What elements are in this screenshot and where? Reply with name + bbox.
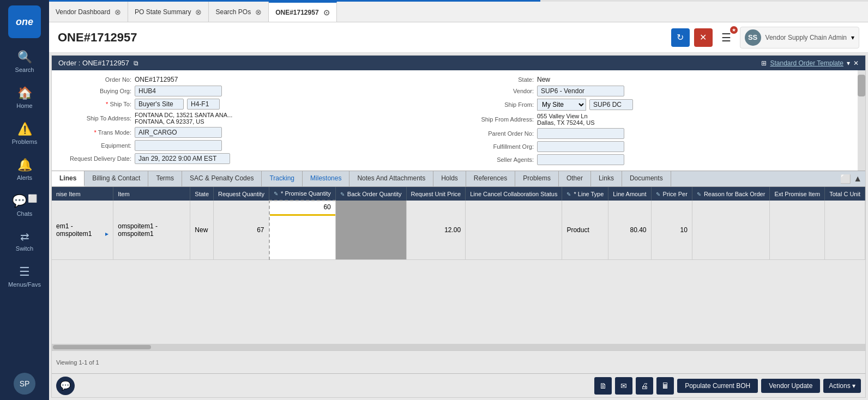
user-section[interactable]: SS Vendor Supply Chain Admin ▾ xyxy=(740,27,859,49)
tab-other[interactable]: Other xyxy=(559,171,591,186)
edit-backorder-icon: ✎ xyxy=(340,191,345,197)
edit-price-per-icon: ✎ xyxy=(656,191,660,197)
input-trans-mode[interactable] xyxy=(135,127,222,138)
sidebar-item-switch[interactable]: ⇄ Switch xyxy=(0,223,49,258)
app-logo[interactable]: one xyxy=(8,5,41,38)
label-parent-order: Parent Order No: xyxy=(463,130,534,137)
print-icon-btn[interactable]: 🖨 xyxy=(636,377,653,395)
label-state: State: xyxy=(463,76,534,83)
tab-tracking[interactable]: Tracking xyxy=(262,171,303,186)
form-row-buying-org: Buying Org: xyxy=(61,84,452,98)
template-dropdown-icon[interactable]: ▾ xyxy=(847,59,850,67)
sidebar-item-search[interactable]: 🔍 Search xyxy=(0,44,49,80)
expand-btn[interactable]: ⬜ xyxy=(840,174,851,184)
cell-state: New xyxy=(190,201,214,260)
sidebar-item-home[interactable]: 🏠 Home xyxy=(0,80,49,116)
tab-holds[interactable]: Holds xyxy=(433,171,466,186)
cell-line-type: Product xyxy=(562,201,608,260)
calc-icon-btn[interactable]: 🖩 xyxy=(656,377,674,395)
input-delivery-date[interactable] xyxy=(135,153,230,164)
collapse-btn[interactable]: ▲ xyxy=(853,174,862,184)
input-ship-from-dc[interactable] xyxy=(589,99,633,110)
form-row-vendor: Vendor: xyxy=(463,84,854,98)
cell-reason-backorder xyxy=(692,201,770,260)
label-equipment: Equipment: xyxy=(61,142,131,149)
tab-sac-penalty[interactable]: SAC & Penalty Codes xyxy=(182,171,262,186)
sidebar-item-alerts[interactable]: 🔔 Alerts xyxy=(0,151,49,187)
template-link[interactable]: Standard Order Template xyxy=(770,59,843,67)
tab-links[interactable]: Links xyxy=(591,171,622,186)
star-badge: ★ xyxy=(730,26,738,34)
data-table: nise Item Item State Request Quantity ✎ xyxy=(52,187,865,260)
tab-order[interactable]: ONE#1712957 ⊙ xyxy=(269,2,336,22)
tab-references[interactable]: References xyxy=(466,171,515,186)
tab-notes-attachments[interactable]: Notes And Attachments xyxy=(349,171,433,186)
flag-icon: ▸ xyxy=(105,230,108,238)
tab-documents[interactable]: Documents xyxy=(622,171,671,186)
form-row-order-no: Order No: ONE#1712957 xyxy=(61,75,452,84)
form-row-trans-mode: Trans Mode: xyxy=(61,126,452,139)
value-order-no: ONE#1712957 xyxy=(135,76,178,83)
col-request-unit-price: Request Unit Price xyxy=(406,187,466,201)
input-seller-agents[interactable] xyxy=(537,154,624,165)
edit-reason-icon: ✎ xyxy=(697,191,701,197)
data-table-wrapper[interactable]: nise Item Item State Request Quantity ✎ xyxy=(52,187,865,344)
sidebar-avatar[interactable]: SP xyxy=(14,373,35,395)
tab-close-search-pos[interactable]: ⊗ xyxy=(255,8,262,16)
tab-search-pos[interactable]: Search POs ⊗ xyxy=(209,2,269,22)
col-price-per: ✎ Price Per xyxy=(651,187,692,201)
order-panel-header-right: ⊞ Standard Order Template ▾ ✕ xyxy=(761,59,859,67)
input-parent-order[interactable] xyxy=(537,128,624,139)
cell-item: omspoitem1 - omspoitem1 xyxy=(113,201,190,260)
label-buying-org: Buying Org: xyxy=(61,88,131,94)
main-content: Vendor Dashboard ⊗ PO State Summary ⊗ Se… xyxy=(49,0,868,400)
close-button[interactable]: ✕ xyxy=(694,28,713,47)
tab-problems-inner[interactable]: Problems xyxy=(515,171,559,186)
tab-close-order[interactable]: ⊙ xyxy=(323,8,330,17)
actions-button[interactable]: Actions ▾ xyxy=(823,379,861,393)
input-vendor[interactable] xyxy=(537,86,624,96)
page-header: ONE#1712957 ↻ ✕ ☰ ★ SS Vendor Supply Cha… xyxy=(49,22,868,53)
tab-close-vendor-dashboard[interactable]: ⊗ xyxy=(114,8,121,16)
horizontal-scrollbar[interactable] xyxy=(52,344,865,350)
cell-promise-qty[interactable]: 60 xyxy=(269,201,336,260)
email-icon-btn[interactable]: ✉ xyxy=(615,377,632,395)
sidebar-item-problems[interactable]: ⚠️ Problems xyxy=(0,116,49,151)
populate-boh-button[interactable]: Populate Current BOH xyxy=(677,379,758,393)
input-fulfillment-org[interactable] xyxy=(537,141,624,152)
col-backorder-qty: ✎ Back Order Quantity xyxy=(335,187,406,201)
tab-close-po-state[interactable]: ⊗ xyxy=(195,8,202,16)
sidebar-item-label: Home xyxy=(16,102,32,109)
warning-icon: ⚠️ xyxy=(17,122,32,136)
menu-button[interactable]: ☰ ★ xyxy=(717,28,736,47)
cell-backorder-qty[interactable] xyxy=(335,201,406,260)
vendor-update-button[interactable]: Vendor Update xyxy=(761,379,820,393)
scrollbar-thumb[interactable] xyxy=(53,345,151,349)
input-ship-to-site[interactable] xyxy=(135,99,184,110)
panel-close-icon[interactable]: ✕ xyxy=(853,59,859,67)
chat-button[interactable]: 💬 xyxy=(56,377,75,395)
tab-terms[interactable]: Terms xyxy=(148,171,182,186)
tab-vendor-dashboard[interactable]: Vendor Dashboard ⊗ xyxy=(49,2,128,22)
label-ship-from-address: Ship From Address: xyxy=(463,116,534,123)
input-ship-to-code[interactable] xyxy=(187,99,220,110)
doc-icon-btn[interactable]: 🗎 xyxy=(594,377,612,395)
user-role: Vendor Supply Chain Admin xyxy=(765,34,847,41)
tab-lines[interactable]: Lines xyxy=(52,171,85,186)
sidebar-item-label: Problems xyxy=(12,138,37,145)
sidebar-item-label: Chats xyxy=(17,210,33,217)
edit-line-type-icon: ✎ xyxy=(566,191,571,197)
sidebar-item-menus[interactable]: ☰ Menus/Favs xyxy=(0,258,49,294)
select-ship-from-site[interactable]: My Site xyxy=(537,99,586,111)
value-ship-from-address: 055 Valley View LnDallas, TX 75244, US xyxy=(537,113,595,126)
tab-billing-contact[interactable]: Billing & Contact xyxy=(85,171,148,186)
tab-milestones[interactable]: Milestones xyxy=(303,171,349,186)
refresh-button[interactable]: ↻ xyxy=(671,28,690,47)
table-row: em1 - omspoitem1 ▸ omspoitem1 - omspoite… xyxy=(52,201,865,260)
tab-po-state-summary[interactable]: PO State Summary ⊗ xyxy=(128,2,209,22)
col-line-amount: Line Amount xyxy=(608,187,651,201)
form-row-ship-to-address: Ship To Address: FONTANA DC, 13521 SANTA… xyxy=(61,111,452,126)
sidebar-item-chats[interactable]: 💬 ⬜ Chats xyxy=(0,187,49,223)
input-equipment[interactable] xyxy=(135,140,222,151)
input-buying-org[interactable] xyxy=(135,86,222,96)
